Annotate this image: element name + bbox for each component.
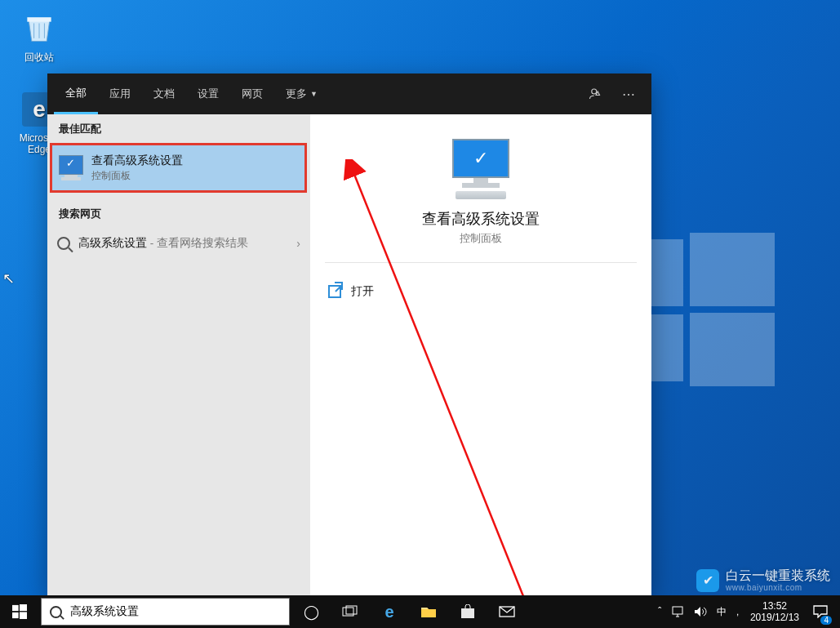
open-action[interactable]: 打开 <box>310 279 651 304</box>
chevron-right-icon: › <box>296 237 300 250</box>
result-subtitle: 控制面板 <box>91 170 183 182</box>
tab-settings[interactable]: 设置 <box>186 73 230 114</box>
search-results-list: 最佳匹配 查看高级系统设置 控制面板 搜索网页 高级系统设置 - 查看网络搜索结… <box>47 114 310 596</box>
system-settings-icon <box>59 155 83 180</box>
tray-chevron-up-icon[interactable]: ˆ <box>653 595 666 628</box>
detail-title: 查看高级系统设置 <box>310 209 651 229</box>
taskbar-app-explorer[interactable] <box>409 595 448 628</box>
svg-rect-2 <box>12 605 19 611</box>
desktop-icon-label: 回收站 <box>8 51 70 65</box>
tab-more[interactable]: 更多 ▼ <box>274 73 329 114</box>
notification-badge: 4 <box>820 616 832 625</box>
web-search-result[interactable]: 高级系统设置 - 查看网络搜索结果 › <box>47 228 310 259</box>
svg-rect-3 <box>20 604 27 611</box>
search-icon <box>57 237 70 250</box>
more-options-icon[interactable]: ⋯ <box>612 73 645 114</box>
taskbar: ◯ e ˆ 中 ‚ 13:522019/12/13 4 <box>0 595 840 628</box>
tray-volume-icon[interactable] <box>689 595 712 628</box>
detail-subtitle: 控制面板 <box>310 232 651 246</box>
search-icon <box>50 606 62 618</box>
open-icon <box>328 285 341 298</box>
taskbar-app-mail[interactable] <box>487 595 527 628</box>
tray-ime-language[interactable]: 中 <box>712 595 731 628</box>
desktop-icon-recycle-bin[interactable]: 回收站 <box>8 8 70 65</box>
taskbar-search-input[interactable] <box>70 605 281 618</box>
cortana-button[interactable]: ◯ <box>291 595 331 628</box>
tab-apps[interactable]: 应用 <box>98 73 142 114</box>
result-title: 查看高级系统设置 <box>91 154 183 168</box>
taskbar-clock[interactable]: 13:522019/12/13 <box>744 600 806 624</box>
task-view-button[interactable] <box>331 595 370 628</box>
mouse-cursor: ↖ <box>2 269 15 287</box>
svg-rect-8 <box>461 608 474 618</box>
feedback-icon[interactable] <box>580 73 612 114</box>
system-settings-large-icon: ✓ <box>448 139 513 199</box>
watermark-logo-icon: ✔ <box>696 569 719 592</box>
taskbar-app-store[interactable] <box>448 595 487 628</box>
svg-rect-5 <box>20 612 27 619</box>
svg-rect-10 <box>673 607 682 614</box>
tab-all[interactable]: 全部 <box>54 73 98 114</box>
svg-rect-4 <box>12 612 19 618</box>
tray-network-icon[interactable] <box>666 595 689 628</box>
taskbar-app-edge[interactable]: e <box>370 595 409 628</box>
search-filter-tabs: 全部 应用 文档 设置 网页 更多 ▼ ⋯ <box>47 73 651 114</box>
search-detail-pane: ✓ 查看高级系统设置 控制面板 打开 <box>310 114 651 596</box>
system-tray: ˆ 中 ‚ 13:522019/12/13 4 <box>653 595 840 628</box>
section-search-web: 搜索网页 <box>47 199 310 228</box>
taskbar-search-box[interactable] <box>41 598 290 626</box>
open-label: 打开 <box>351 284 374 299</box>
section-best-match: 最佳匹配 <box>47 114 310 143</box>
best-match-result[interactable]: 查看高级系统设置 控制面板 <box>50 143 307 193</box>
recycle-bin-icon <box>20 8 59 47</box>
svg-point-0 <box>592 89 597 94</box>
action-center-button[interactable]: 4 <box>806 595 835 628</box>
tab-web[interactable]: 网页 <box>230 73 274 114</box>
watermark: ✔ 白云一键重装系统 www.baiyunxit.com <box>696 568 830 592</box>
start-search-panel: 全部 应用 文档 设置 网页 更多 ▼ ⋯ 最佳匹配 查看高级系统设置 控制面板… <box>47 73 651 596</box>
tab-documents[interactable]: 文档 <box>142 73 186 114</box>
tray-ime-mode[interactable]: ‚ <box>731 595 744 628</box>
start-button[interactable] <box>0 595 39 628</box>
